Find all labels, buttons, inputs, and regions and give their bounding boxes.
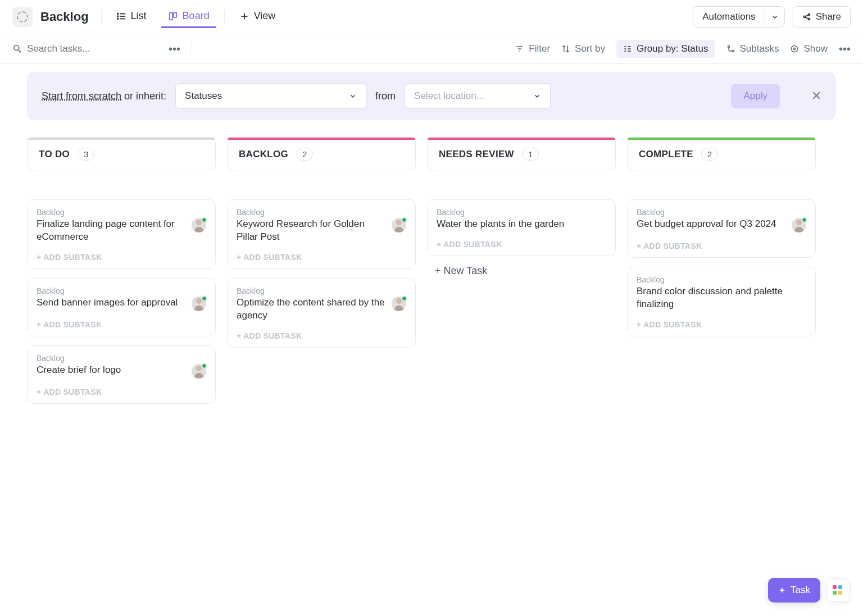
- separator: [224, 10, 225, 24]
- show-button[interactable]: Show: [790, 43, 828, 54]
- add-subtask-button[interactable]: + ADD SUBTASK: [637, 241, 806, 250]
- list-icon: [116, 11, 126, 21]
- tab-list[interactable]: List: [110, 6, 153, 28]
- subtasks-label: Subtasks: [740, 43, 779, 54]
- automations-dropdown[interactable]: [765, 6, 785, 28]
- svg-point-23: [794, 48, 796, 49]
- location-select[interactable]: Select location...: [405, 83, 551, 109]
- add-subtask-button[interactable]: + ADD SUBTASK: [237, 331, 406, 340]
- show-label: Show: [803, 43, 828, 54]
- more-icon[interactable]: •••: [169, 43, 180, 56]
- presence-dot: [402, 296, 407, 301]
- presence-dot: [202, 363, 207, 368]
- add-subtask-button[interactable]: + ADD SUBTASK: [637, 320, 806, 329]
- assignee-avatar[interactable]: [192, 364, 206, 378]
- column-header[interactable]: BACKLOG 2: [227, 137, 416, 171]
- add-subtask-button[interactable]: + ADD SUBTASK: [237, 253, 406, 262]
- task-card[interactable]: Backlog Keyword Research for Golden Pill…: [227, 199, 416, 269]
- add-subtask-button[interactable]: + ADD SUBTASK: [437, 240, 606, 249]
- column-accent: [428, 138, 615, 140]
- task-card[interactable]: Backlog Send banner images for approval …: [27, 278, 216, 336]
- column-header[interactable]: NEEDS REVIEW 1: [427, 137, 616, 171]
- new-task-button[interactable]: + New Task: [427, 265, 616, 277]
- assignee-avatar[interactable]: [192, 296, 206, 311]
- cards: Backlog Water the plants in the garden +…: [427, 199, 616, 256]
- task-breadcrumb: Backlog: [37, 286, 206, 295]
- show-icon: [790, 44, 799, 53]
- task-title: Brand color discussion and palette final…: [637, 285, 806, 311]
- subtasks-button[interactable]: Subtasks: [726, 43, 779, 54]
- cards: Backlog Finalize landing page content fo…: [27, 199, 216, 404]
- svg-rect-6: [169, 12, 172, 20]
- task-card[interactable]: Backlog Brand color discussion and palet…: [627, 267, 816, 336]
- chevron-down-icon: [771, 13, 779, 21]
- apps-button[interactable]: [826, 578, 850, 602]
- fab-label: Task: [791, 585, 810, 596]
- plus-icon: [239, 11, 249, 21]
- filter-button[interactable]: Filter: [515, 43, 550, 54]
- svg-point-22: [792, 45, 798, 52]
- filter-icon: [515, 44, 524, 53]
- presence-dot: [802, 217, 807, 222]
- search-wrap: [12, 43, 158, 54]
- task-card[interactable]: Backlog Optimize the content shared by t…: [227, 278, 416, 348]
- task-card[interactable]: Backlog Get budget approval for Q3 2024 …: [627, 199, 816, 258]
- svg-point-5: [117, 18, 118, 19]
- tab-board[interactable]: Board: [161, 6, 216, 28]
- new-task-fab[interactable]: Task: [768, 578, 820, 603]
- task-title: Send banner images for approval: [37, 296, 186, 309]
- statuses-select-value: Statuses: [185, 90, 222, 102]
- add-subtask-button[interactable]: + ADD SUBTASK: [37, 387, 206, 396]
- page-title: Backlog: [40, 10, 89, 24]
- automations-button[interactable]: Automations: [693, 6, 765, 28]
- task-breadcrumb: Backlog: [637, 208, 806, 217]
- column-header[interactable]: COMPLETE 2: [627, 137, 816, 171]
- statuses-select[interactable]: Statuses: [175, 83, 366, 109]
- svg-line-13: [805, 15, 808, 16]
- column-name: BACKLOG: [239, 149, 288, 160]
- task-breadcrumb: Backlog: [37, 208, 206, 217]
- presence-dot: [402, 217, 407, 222]
- subtasks-icon: [726, 44, 735, 53]
- cards: Backlog Keyword Research for Golden Pill…: [227, 199, 416, 348]
- close-icon[interactable]: ✕: [811, 89, 821, 103]
- tab-list-label: List: [131, 10, 147, 22]
- fab-row: Task: [768, 578, 850, 603]
- board-column: NEEDS REVIEW 1 Backlog Water the plants …: [427, 137, 616, 404]
- share-icon: [802, 12, 811, 21]
- assignee-avatar[interactable]: [792, 218, 806, 232]
- group-button[interactable]: Group by: Status: [616, 40, 715, 58]
- search-icon: [12, 44, 22, 54]
- svg-point-4: [117, 16, 118, 17]
- svg-line-14: [805, 17, 808, 19]
- group-icon: [623, 44, 632, 53]
- add-view[interactable]: View: [233, 6, 283, 28]
- task-card[interactable]: Backlog Water the plants in the garden +…: [427, 199, 616, 256]
- task-title: Create brief for logo: [37, 364, 186, 377]
- apply-button[interactable]: Apply: [731, 84, 780, 108]
- assignee-avatar[interactable]: [192, 218, 206, 232]
- task-title: Water the plants in the garden: [437, 218, 606, 231]
- svg-point-20: [728, 45, 729, 47]
- toolbar-more-icon[interactable]: •••: [839, 43, 851, 56]
- assignee-avatar[interactable]: [392, 296, 406, 311]
- board: TO DO 3 Backlog Finalize landing page co…: [0, 120, 863, 421]
- apps-icon: [833, 585, 843, 595]
- share-button[interactable]: Share: [793, 6, 851, 28]
- board-column: COMPLETE 2 Backlog Get budget approval f…: [627, 137, 816, 404]
- board-icon: [168, 11, 178, 21]
- column-header[interactable]: TO DO 3: [27, 137, 216, 171]
- search-input[interactable]: [27, 43, 139, 54]
- column-count: 2: [296, 148, 313, 161]
- toolbar: ••• Filter Sort by Group by: Status Subt…: [0, 34, 863, 64]
- group-label: Group by: Status: [637, 43, 708, 54]
- add-subtask-button[interactable]: + ADD SUBTASK: [37, 320, 206, 329]
- assignee-avatar[interactable]: [392, 218, 406, 232]
- svg-line-16: [19, 50, 21, 53]
- sort-button[interactable]: Sort by: [561, 43, 605, 54]
- svg-point-10: [803, 16, 805, 17]
- add-subtask-button[interactable]: + ADD SUBTASK: [37, 253, 206, 262]
- start-from-scratch-link[interactable]: Start from scratch: [42, 90, 121, 102]
- task-card[interactable]: Backlog Finalize landing page content fo…: [27, 199, 216, 269]
- task-card[interactable]: Backlog Create brief for logo + ADD SUBT…: [27, 345, 216, 404]
